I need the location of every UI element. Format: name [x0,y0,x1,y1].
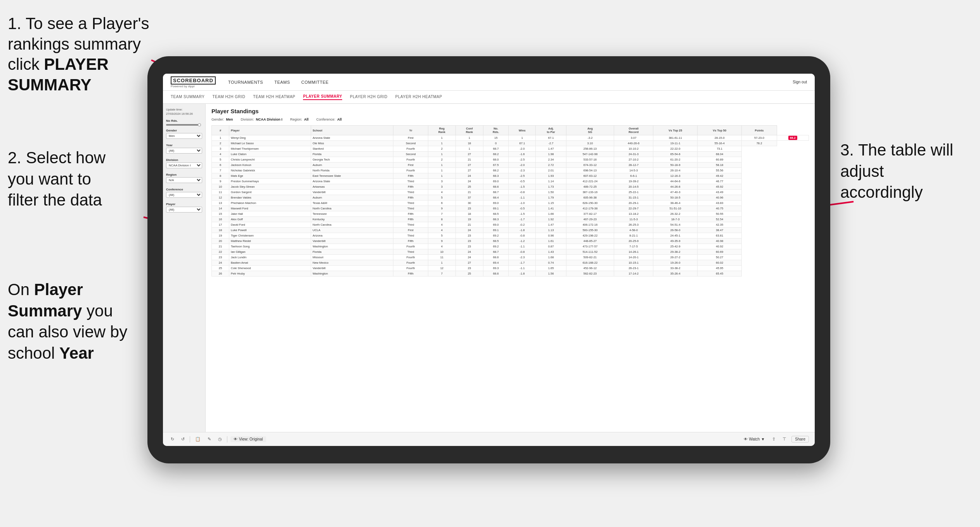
table-row[interactable]: 11Gordon SargentVanderbiltThird42168.7-0… [212,190,809,195]
nav-committee[interactable]: COMMITTEE [301,80,330,85]
col-conf-rank[interactable]: ConfRank [455,126,483,135]
table-cell: 31-15-1 [614,195,653,200]
toolbar-clock[interactable]: ◷ [216,436,224,442]
toolbar-grid[interactable]: ⊤ [781,436,788,442]
table-row[interactable]: 5Christo LamprechtGeorgia TechFourth2216… [212,157,809,162]
col-rank[interactable]: # [212,126,229,135]
share-btn[interactable]: Share [791,436,809,442]
table-cell: 258-86-13 [566,146,614,152]
toolbar-share-icon[interactable]: ⇧ [770,436,777,442]
table-row[interactable]: 17David FordNorth CarolinaThird42169.0-0… [212,222,809,228]
table-cell: Cole Sherwood [229,266,311,271]
nav-tournaments[interactable]: TOURNAMENTS [227,80,264,85]
table-cell: 1.41 [536,206,566,211]
sub-nav-team-summary[interactable]: TEAM SUMMARY [171,95,205,100]
table-row[interactable]: 12Brendan ValdesAuburnFifth53768.4-1.11.… [212,195,809,200]
no-rds-slider[interactable] [166,124,202,126]
col-vs-top25[interactable]: Vs Top 25 [653,126,698,135]
table-cell: 4 [428,244,455,249]
table-cell: 43.83 [698,200,742,206]
table-row[interactable]: 1Wenyi DingArizona StateFirst1115167.1-3… [212,135,809,141]
sub-nav-team-h2h-grid[interactable]: TEAM H2H GRID [213,95,246,100]
gender-select[interactable]: Men [166,133,202,139]
col-points[interactable]: Points [742,126,777,135]
standings-table: # Player School Yr RegRank ConfRank No.R… [211,125,809,276]
table-row[interactable]: 20Matthew RiedelVanderbiltFifth92368.5-1… [212,238,809,244]
table-cell: -0.8 [509,190,536,195]
table-cell: 23 [455,244,483,249]
col-wins[interactable]: Wins [509,126,536,135]
table-row[interactable]: 23Jack LundinMissouriFourth112468.6-2.31… [212,255,809,260]
table-cell: -2.5 [509,173,536,179]
year-select[interactable]: (All) [166,148,202,154]
table-cell: 13-18-2 [614,211,653,217]
table-row[interactable]: 22Ian GilliganFloridaThird102468.7-0.81.… [212,249,809,255]
table-row[interactable]: 3Michael ThorbjornsenStanfordFourth2168.… [212,146,809,152]
col-school[interactable]: School [311,126,393,135]
table-cell: 1.79 [536,195,566,200]
table-row[interactable]: 7Nicholas GabrielckNorth FloridaFourth12… [212,168,809,173]
table-row[interactable]: 18Luke PowellUCLAFirst42469.1-1.81.13500… [212,228,809,233]
col-avg-sg[interactable]: AvgSG [566,126,614,135]
table-cell: 4 [428,222,455,228]
table-row[interactable]: 26Petr HrubyWashingtonFifth72568.6-1.81.… [212,271,809,276]
table-cell: 23 [455,238,483,244]
sub-nav: TEAM SUMMARY TEAM H2H GRID TEAM H2H HEAT… [163,91,815,104]
col-vs-top50[interactable]: Vs Top 50 [698,126,742,135]
table-cell: Michael Thorbjornsen [229,146,311,152]
col-adj[interactable]: Adj.to Par [536,126,566,135]
toolbar-paste[interactable]: ✎ [206,436,213,442]
table-row[interactable]: 4Luke ClatonFloridaSecond12768.2-1.61.98… [212,152,809,157]
player-select[interactable]: (All) [166,207,202,213]
table-row[interactable]: 10Jacob Sley-StreanArkansasFifth32568.6-… [212,184,809,190]
toolbar-undo[interactable]: ↻ [169,436,176,442]
toolbar-copy[interactable]: 📋 [193,436,203,442]
table-cell: -2.0 [509,162,536,168]
conference-select[interactable]: (All) [166,192,202,198]
table-row[interactable]: 9Preston SummerhaysArizona StateThird324… [212,179,809,184]
watch-btn[interactable]: 👁 Watch ▼ [741,436,767,442]
table-cell: 47-40-3 [653,190,698,195]
division-select[interactable]: NCAA Division I [166,162,202,168]
table-cell: Phichaksn Maichon [229,200,311,206]
toolbar-redo[interactable]: ↺ [179,436,187,442]
table-cell: 68.2 [483,152,509,157]
table-cell: Arizona State [311,179,393,184]
region-select[interactable]: N/A [166,177,202,183]
sub-nav-player-h2h-grid[interactable]: PLAYER H2H GRID [350,95,388,100]
table-cell: UCLA [311,228,393,233]
nav-teams[interactable]: TEAMS [274,80,291,85]
table-cell: 8 [428,217,455,222]
table-row[interactable]: 13Phichaksn MaichonTexas A&MThird63069.0… [212,200,809,206]
table-row[interactable]: 14Maxwell FordNorth CarolinaThird92369.1… [212,206,809,211]
sub-nav-player-summary[interactable]: PLAYER SUMMARY [303,94,342,100]
table-row[interactable]: 6Jackson KoivunAuburnFirst12767.5-2.02.7… [212,162,809,168]
table-row[interactable]: 2Michael Le SassoOle MissSecond118067.1-… [212,141,809,146]
sub-nav-player-h2h-heatmap[interactable]: PLAYER H2H HEATMAP [395,95,442,100]
col-no-rds[interactable]: No.Rds. [483,126,509,135]
table-row[interactable]: 15Jake HallTennesseeFifth71868.5-1.51.66… [212,211,809,217]
table-row[interactable]: 25Cole SherwoodVanderbiltFourth122369.3-… [212,266,809,271]
table-row[interactable]: 21Taehoon SongWashingtonFourth42369.2-1.… [212,244,809,249]
table-row[interactable]: 8Mats EgeEast Tennessee StateFifth12468.… [212,173,809,179]
table-cell: 60.69 [698,249,742,255]
table-cell: 21 [212,244,229,249]
sub-nav-team-h2h-heatmap[interactable]: TEAM H2H HEATMAP [253,95,295,100]
col-overall[interactable]: OverallRecord [614,126,653,135]
table-cell: 40.96 [698,195,742,200]
col-reg-rank[interactable]: RegRank [428,126,455,135]
table-cell: -3.2 [566,135,614,141]
table-cell: 4 [212,152,229,157]
annotation-step3: 3. The table will adjust accordingly [840,140,964,203]
table-row[interactable]: 24Bastien AmatNew MexicoFourth12769.4-1.… [212,260,809,266]
sign-out-link[interactable]: Sign out [793,80,807,84]
col-player[interactable]: Player [229,126,311,135]
view-original-btn[interactable]: 👁 View: Original [230,436,266,442]
table-row[interactable]: 19Tiger ChristensenArizonaThird52369.2-0… [212,233,809,238]
table-cell: 3.10 [566,141,614,146]
table-row[interactable]: 16Alex GoffKentuckyFifth81968.3-1.71.924… [212,217,809,222]
table-cell: 67.5 [483,162,509,168]
col-yr[interactable]: Yr [393,126,428,135]
table-cell: 429-198-22 [566,233,614,238]
table-cell: 440-26-6 [614,141,653,146]
